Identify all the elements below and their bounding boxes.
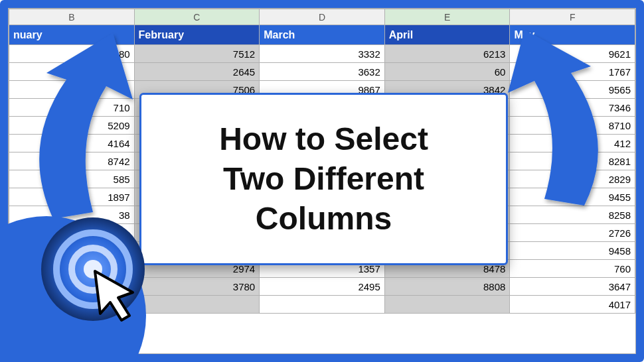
month-march[interactable]: March xyxy=(260,25,385,45)
cell[interactable]: 710 xyxy=(9,99,135,117)
cell[interactable]: 9455 xyxy=(510,188,635,206)
cell[interactable]: 3780 xyxy=(134,278,260,296)
cell[interactable]: 2726 xyxy=(510,224,635,242)
month-header-row: nuary February March April May xyxy=(9,25,635,45)
cell[interactable]: 3647 xyxy=(510,278,635,296)
cell[interactable]: 8258 xyxy=(510,206,635,224)
cell[interactable]: 412 xyxy=(510,135,635,152)
cell[interactable]: 7346 xyxy=(510,99,635,117)
cell[interactable]: 60 xyxy=(384,63,510,81)
col-header-b[interactable]: B xyxy=(9,9,135,25)
thumbnail-frame: B C D E F nuary February March April May… xyxy=(0,0,644,362)
cell[interactable]: 1897 xyxy=(9,188,135,206)
cell[interactable]: 585 xyxy=(9,170,135,188)
mouse-cursor-click-icon xyxy=(37,213,149,326)
col-header-d[interactable]: D xyxy=(260,9,385,25)
cell[interactable]: 4017 xyxy=(510,296,635,314)
cell[interactable]: 5209 xyxy=(9,117,135,135)
col-header-f[interactable]: F xyxy=(510,9,635,25)
cell[interactable]: 7512 xyxy=(134,45,260,63)
cell[interactable] xyxy=(9,81,135,99)
cell[interactable]: 6213 xyxy=(384,45,510,63)
cell[interactable]: 2645 xyxy=(134,63,260,81)
cell[interactable]: 8742 xyxy=(9,152,135,170)
col-header-c[interactable]: C xyxy=(134,9,260,25)
cell[interactable]: 1767 xyxy=(510,63,635,81)
cell[interactable]: 760 xyxy=(510,260,635,278)
col-header-e[interactable]: E xyxy=(384,9,510,25)
cell[interactable]: 8281 xyxy=(510,152,635,170)
cell[interactable] xyxy=(9,63,135,81)
cell[interactable] xyxy=(260,296,385,314)
cell[interactable]: 2495 xyxy=(260,278,385,296)
cell[interactable]: 9458 xyxy=(510,242,635,260)
table-row: 26453632601767 xyxy=(9,63,635,81)
title-text: How to Select Two Different Columns xyxy=(219,119,428,239)
month-april[interactable]: April xyxy=(384,25,510,45)
column-letter-row: B C D E F xyxy=(9,9,635,25)
cell[interactable] xyxy=(134,296,260,314)
month-january[interactable]: nuary xyxy=(9,25,135,45)
cell[interactable]: 8710 xyxy=(510,117,635,135)
cell[interactable]: 2829 xyxy=(510,170,635,188)
cell[interactable]: 3632 xyxy=(260,63,385,81)
title-line-2: Two Different xyxy=(223,161,424,196)
month-may[interactable]: May xyxy=(510,25,635,45)
table-row: 26807512333262139621 xyxy=(9,45,635,63)
cell[interactable]: 9621 xyxy=(510,45,635,63)
title-line-1: How to Select xyxy=(219,121,428,156)
cell[interactable]: 9565 xyxy=(510,81,635,99)
cell[interactable]: 3332 xyxy=(260,45,385,63)
cell[interactable] xyxy=(384,296,510,314)
title-card: How to Select Two Different Columns xyxy=(139,93,508,265)
cell[interactable]: 4164 xyxy=(9,135,135,152)
cell[interactable]: 8808 xyxy=(384,278,510,296)
month-february[interactable]: February xyxy=(134,25,260,45)
cell[interactable]: 2680 xyxy=(9,45,135,63)
title-line-3: Columns xyxy=(256,201,392,236)
